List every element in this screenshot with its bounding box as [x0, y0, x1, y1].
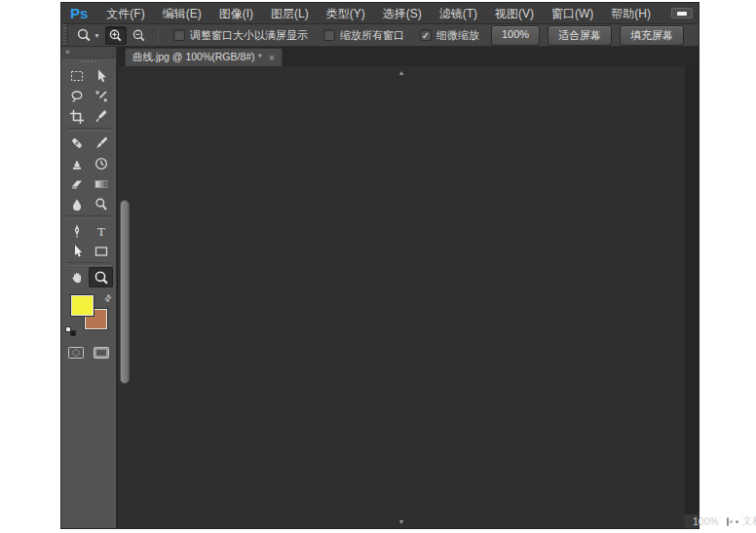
- tool-rectangular-marquee[interactable]: [64, 65, 89, 86]
- options-button-100pct[interactable]: 100%: [491, 25, 540, 46]
- status-doc-info: 文档:1.21M/1.21M: [742, 514, 756, 528]
- spot-healing-brush-icon: [69, 135, 85, 151]
- menu-item-滤镜[interactable]: 滤镜(T): [431, 3, 486, 24]
- tool-eyedropper[interactable]: [89, 106, 113, 127]
- menu-item-窗口[interactable]: 窗口(W): [543, 3, 602, 24]
- tab-close-icon[interactable]: ×: [269, 53, 275, 62]
- zoom-icon: [94, 270, 109, 286]
- active-tool-preset[interactable]: ▼: [72, 27, 104, 43]
- type-icon: T: [94, 223, 109, 239]
- menu-item-帮助[interactable]: 帮助(H): [602, 3, 660, 24]
- tools-divider: [66, 262, 111, 266]
- foreground-color-swatch[interactable]: [71, 295, 94, 316]
- menu-item-视图[interactable]: 视图(V): [486, 3, 543, 24]
- tools-grid: T: [61, 65, 116, 287]
- crop-icon: [69, 109, 85, 125]
- default-colors-icon[interactable]: [65, 326, 76, 336]
- checkbox-icon[interactable]: [173, 29, 185, 41]
- document-tab-title: 曲线.jpg @ 100%(RGB/8#): [132, 51, 255, 64]
- zoom-in-button[interactable]: [105, 26, 127, 45]
- eraser-icon: [69, 176, 85, 192]
- screen-mode-button[interactable]: [93, 346, 110, 359]
- tools-panel: « ••••• T ⇄: [61, 47, 117, 528]
- ps-logo: Ps: [61, 5, 97, 21]
- tool-move[interactable]: [89, 65, 113, 86]
- status-bar: 100% 文档:1.21M/1.21M ▶ ◂ ▸: [685, 514, 699, 528]
- modified-marker: *: [258, 52, 262, 63]
- scroll-down-icon[interactable]: ▾: [118, 515, 685, 528]
- tool-zoom[interactable]: [89, 267, 113, 287]
- quick-mask-button[interactable]: [67, 346, 85, 359]
- menu-item-编辑[interactable]: 编辑(E): [154, 3, 210, 24]
- scroll-up-icon[interactable]: ▴: [118, 66, 685, 79]
- tool-crop[interactable]: [64, 106, 89, 127]
- eyedropper-icon: [94, 109, 109, 125]
- options-buttons: 100%适合屏幕填充屏幕: [487, 25, 688, 46]
- dodge-icon: [94, 197, 109, 212]
- status-zoom-level[interactable]: 100%: [685, 515, 727, 527]
- tab-bar: 曲线.jpg @ 100%(RGB/8#) * ×: [117, 47, 699, 66]
- pen-icon: [69, 223, 85, 239]
- tool-eraser[interactable]: [64, 173, 89, 194]
- brush-icon: [94, 135, 109, 151]
- tool-magic-wand[interactable]: [89, 86, 113, 106]
- photoshop-window: Ps 文件(F)编辑(E)图像(I)图层(L)类型(Y)选择(S)滤镜(T)视图…: [60, 2, 699, 529]
- option-checkbox-label: 细微缩放: [436, 28, 479, 43]
- options-separator: [158, 27, 159, 43]
- hand-icon: [69, 270, 85, 286]
- swap-colors-icon[interactable]: ⇄: [102, 292, 114, 304]
- quick-mask-icon: [68, 347, 84, 359]
- zoom-tool-icon: [76, 27, 92, 43]
- checkbox-checked-icon[interactable]: ✓: [420, 29, 432, 41]
- tool-gradient[interactable]: [89, 173, 113, 194]
- chevron-down-icon: ▼: [94, 32, 100, 39]
- magic-wand-icon: [94, 89, 109, 104]
- tools-divider: [66, 128, 111, 132]
- options-bar: ▼ 调整窗口大小以满屏显示缩放所有窗口✓细微缩放 100%适合屏幕填充屏幕: [61, 24, 699, 47]
- toolbar-mode-buttons: [61, 346, 116, 359]
- tool-blur[interactable]: [64, 194, 89, 214]
- tool-clone-stamp[interactable]: [64, 153, 89, 173]
- tool-pen[interactable]: [64, 220, 89, 241]
- tool-type[interactable]: T: [89, 220, 113, 241]
- option-checkbox-label: 缩放所有窗口: [340, 28, 404, 43]
- tool-history-brush[interactable]: [89, 153, 113, 173]
- zoom-out-button[interactable]: [129, 26, 150, 45]
- tool-spot-healing-brush[interactable]: [64, 133, 89, 153]
- option-checkbox-label: 调整窗口大小以满屏显示: [190, 28, 308, 43]
- menu-item-图层[interactable]: 图层(L): [262, 3, 318, 24]
- vertical-scroll-thumb[interactable]: [120, 200, 130, 384]
- tool-dodge[interactable]: [89, 194, 113, 214]
- gradient-icon: [94, 176, 109, 192]
- menu-item-文件[interactable]: 文件(F): [97, 3, 153, 24]
- vertical-scrollbar[interactable]: ▴ ▾: [117, 66, 685, 528]
- document-tab[interactable]: 曲线.jpg @ 100%(RGB/8#) * ×: [125, 48, 283, 66]
- canvas-pasteboard[interactable]: [685, 66, 699, 514]
- options-button-适合屏幕[interactable]: 适合屏幕: [548, 25, 612, 46]
- history-brush-icon: [94, 156, 109, 171]
- lasso-icon: [69, 89, 85, 104]
- tool-hand[interactable]: [64, 267, 89, 287]
- zoom-out-icon: [132, 28, 146, 43]
- clone-stamp-icon: [69, 156, 85, 171]
- option-checkbox-0[interactable]: 调整窗口大小以满屏显示: [173, 28, 308, 43]
- document-area: 曲线.jpg @ 100%(RGB/8#) * ×: [117, 47, 699, 528]
- option-checkbox-2[interactable]: ✓细微缩放: [420, 28, 479, 43]
- tool-brush[interactable]: [89, 133, 113, 153]
- status-doc-icon: [727, 517, 729, 526]
- tool-path-selection[interactable]: [64, 241, 89, 261]
- tool-rectangle-shape[interactable]: [89, 241, 113, 261]
- menu-bar: Ps 文件(F)编辑(E)图像(I)图层(L)类型(Y)选择(S)滤镜(T)视图…: [61, 3, 699, 24]
- window-minimize-button[interactable]: [671, 8, 693, 19]
- option-checkbox-1[interactable]: 缩放所有窗口: [323, 28, 404, 43]
- move-icon: [94, 68, 109, 84]
- menu-item-类型[interactable]: 类型(Y): [318, 3, 374, 24]
- checkbox-icon[interactable]: [323, 29, 335, 41]
- options-button-填充屏幕[interactable]: 填充屏幕: [620, 25, 684, 46]
- zoom-in-icon: [108, 28, 123, 43]
- blur-icon: [69, 197, 85, 212]
- tool-lasso[interactable]: [64, 86, 89, 106]
- menu-item-图像[interactable]: 图像(I): [210, 3, 262, 24]
- menu-item-选择[interactable]: 选择(S): [374, 3, 431, 24]
- tools-divider: [66, 215, 111, 219]
